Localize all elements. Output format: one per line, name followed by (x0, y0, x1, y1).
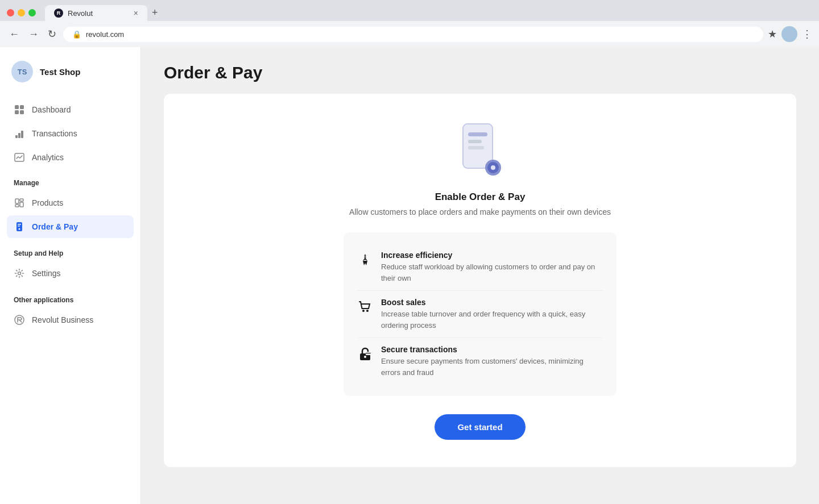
hero-title: Enable Order & Pay (435, 191, 526, 203)
sidebar-header: TS Test Shop (0, 47, 140, 94)
transactions-icon (14, 128, 25, 139)
other-section-label: Other applications (7, 287, 134, 309)
svg-rect-3 (20, 110, 24, 114)
svg-point-24 (491, 165, 495, 170)
new-tab-button[interactable]: + (147, 5, 163, 21)
hero-subtitle: Allow customers to place orders and make… (349, 207, 611, 216)
sidebar-item-transactions[interactable]: Transactions (7, 122, 134, 145)
sales-icon (357, 299, 373, 315)
setup-section-label: Setup and Help (7, 240, 134, 262)
svg-point-15 (19, 228, 20, 230)
analytics-label: Analytics (32, 153, 64, 162)
bookmark-button[interactable]: ★ (768, 28, 777, 40)
active-tab[interactable]: R Revolut × (45, 5, 147, 21)
feature-item-sales: Boost sales Increase table turnover and … (357, 291, 603, 338)
main-content: Order & Pay (141, 47, 819, 504)
svg-rect-1 (20, 105, 24, 109)
sidebar-item-products[interactable]: Products (7, 191, 134, 214)
browser-toolbar: ← → ↻ 🔒 revolut.com ★ ⋮ (0, 21, 819, 47)
revolut-business-icon (14, 314, 25, 326)
browser-profile-avatar[interactable] (781, 26, 797, 42)
reload-button[interactable]: ↻ (46, 26, 59, 43)
efficiency-desc: Reduce staff workload by allowing custom… (381, 261, 603, 284)
hero-illustration (454, 121, 506, 178)
sales-title: Boost sales (381, 298, 603, 307)
feature-item-secure: Secure transactions Ensure secure paymen… (357, 338, 603, 385)
svg-rect-14 (18, 226, 20, 227)
svg-rect-10 (20, 199, 23, 201)
transactions-label: Transactions (32, 129, 77, 138)
products-icon (14, 197, 25, 209)
sidebar: TS Test Shop Dashboard (0, 47, 141, 504)
browser-tabs: R Revolut × + (45, 5, 163, 21)
sidebar-navigation: Dashboard Transactions (0, 94, 140, 338)
svg-rect-19 (468, 132, 487, 136)
store-name: Test Shop (40, 67, 80, 77)
svg-rect-8 (15, 199, 19, 203)
fullscreen-traffic-light[interactable] (28, 9, 36, 16)
svg-point-25 (362, 310, 365, 312)
svg-point-16 (18, 272, 21, 275)
settings-label: Settings (32, 269, 61, 278)
close-traffic-light[interactable] (7, 9, 14, 16)
secure-title: Secure transactions (381, 345, 603, 354)
store-avatar: TS (11, 61, 33, 82)
svg-rect-9 (15, 205, 19, 207)
svg-rect-13 (18, 224, 21, 225)
svg-rect-5 (18, 133, 20, 138)
feature-item-efficiency: Increase efficiency Reduce staff workloa… (357, 244, 603, 291)
order-pay-icon (14, 221, 25, 232)
content-area: Enable Order & Pay Allow customers to pl… (141, 94, 819, 490)
manage-section: Manage Products (7, 170, 134, 238)
traffic-lights (7, 9, 36, 16)
manage-section-label: Manage (7, 170, 134, 191)
settings-icon (14, 268, 25, 279)
svg-rect-11 (20, 202, 23, 207)
back-button[interactable]: ← (7, 26, 22, 43)
url-text: revolut.com (86, 30, 124, 39)
sidebar-item-revolut-business[interactable]: Revolut Business (7, 309, 134, 331)
dashboard-label: Dashboard (32, 105, 71, 114)
page-header: Order & Pay (141, 47, 819, 94)
sales-desc: Increase table turnover and order freque… (381, 309, 603, 331)
browser-actions: ★ ⋮ (768, 26, 812, 42)
revolut-business-label: Revolut Business (32, 315, 93, 324)
minimize-traffic-light[interactable] (18, 9, 25, 16)
secure-desc: Ensure secure payments from customers' d… (381, 356, 603, 378)
address-bar[interactable]: 🔒 revolut.com (63, 27, 763, 42)
tab-close-button[interactable]: × (134, 9, 138, 18)
main-card: Enable Order & Pay Allow customers to pl… (164, 94, 796, 467)
svg-rect-0 (15, 105, 19, 109)
tab-label: Revolut (68, 9, 93, 18)
products-label: Products (32, 198, 63, 207)
analytics-icon (14, 152, 25, 163)
efficiency-title: Increase efficiency (381, 251, 603, 260)
sidebar-item-analytics[interactable]: Analytics (7, 146, 134, 169)
order-pay-label: Order & Pay (32, 222, 78, 231)
features-box: Increase efficiency Reduce staff workloa… (344, 232, 617, 396)
svg-rect-21 (468, 146, 484, 149)
forward-button[interactable]: → (26, 26, 41, 43)
sidebar-item-order-pay[interactable]: Order & Pay (7, 215, 134, 238)
other-section: Other applications Revolut Business (7, 287, 134, 331)
menu-button[interactable]: ⋮ (802, 28, 812, 40)
sidebar-item-dashboard[interactable]: Dashboard (7, 98, 134, 121)
svg-rect-4 (15, 135, 18, 138)
tab-favicon: R (54, 9, 63, 18)
efficiency-icon (357, 252, 373, 268)
svg-rect-2 (15, 110, 19, 114)
setup-section: Setup and Help Settings (7, 240, 134, 285)
page-title: Order & Pay (164, 63, 796, 82)
svg-rect-6 (21, 131, 23, 138)
dashboard-icon (14, 104, 25, 115)
efficiency-text: Increase efficiency Reduce staff workloa… (381, 251, 603, 284)
lock-icon: 🔒 (72, 30, 81, 39)
browser-chrome: R Revolut × + ← → ↻ 🔒 revolut.com ★ ⋮ (0, 0, 819, 47)
sales-text: Boost sales Increase table turnover and … (381, 298, 603, 331)
get-started-button[interactable]: Get started (435, 414, 525, 440)
secure-icon (357, 346, 373, 362)
sidebar-item-settings[interactable]: Settings (7, 262, 134, 285)
secure-text: Secure transactions Ensure secure paymen… (381, 345, 603, 378)
svg-point-28 (364, 356, 366, 358)
svg-point-26 (366, 310, 369, 312)
